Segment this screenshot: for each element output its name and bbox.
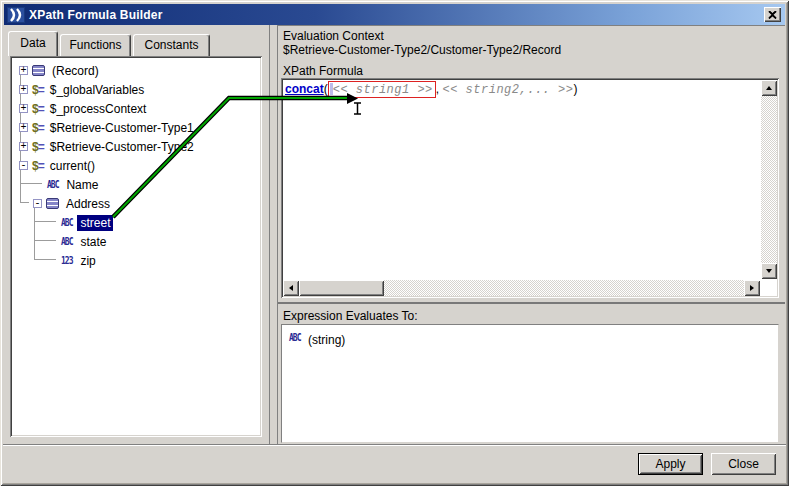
arg1-placeholder: << string1 >> — [333, 83, 433, 97]
title-bar[interactable]: XPath Formula Builder — [4, 4, 785, 25]
expand-toggle-icon[interactable]: + — [19, 85, 28, 94]
element-icon — [46, 198, 59, 209]
apply-button[interactable]: Apply — [638, 453, 703, 475]
variable-icon: $= — [32, 141, 44, 153]
scrollbar-thumb[interactable] — [299, 280, 384, 296]
expression-result-box: ABC (string) — [281, 324, 779, 443]
expand-toggle-icon[interactable]: + — [19, 123, 28, 132]
expand-toggle-icon[interactable]: + — [19, 104, 28, 113]
tree-item-address[interactable]: - Address — [14, 194, 258, 213]
evaluation-context-value: $Retrieve-Customer-Type2/Customer-Type2/… — [283, 43, 561, 57]
arg2-placeholder: << string2,... >> — [442, 83, 573, 97]
right-panel-border-top — [277, 25, 785, 26]
scroll-down-icon — [766, 269, 772, 273]
element-icon — [32, 65, 45, 76]
variable-icon: $= — [32, 103, 44, 115]
evaluation-context-label: Evaluation Context — [283, 29, 384, 43]
tree-item-processcontext[interactable]: + $= $_processContext — [14, 99, 258, 118]
formula-expression[interactable]: concat(<< string1 >>, << string2,... >>) — [285, 82, 577, 97]
tree-item-current[interactable]: - $= current() — [14, 156, 258, 175]
variable-icon: $= — [32, 160, 44, 172]
tree-item-globalvariables[interactable]: + $= $_globalVariables — [14, 80, 258, 99]
close-window-button[interactable] — [764, 7, 781, 22]
vertical-scrollbar[interactable] — [761, 80, 777, 279]
tree-item-record[interactable]: + (Record) — [14, 61, 258, 80]
tab-constants[interactable]: Constants — [133, 34, 210, 56]
function-name[interactable]: concat — [285, 82, 324, 96]
string-icon: ABC — [288, 332, 301, 343]
scroll-left-icon — [289, 285, 293, 291]
window-title: XPath Formula Builder — [29, 8, 163, 22]
expand-toggle-icon[interactable]: + — [19, 66, 28, 75]
string-icon: ABC — [60, 217, 73, 228]
variable-icon: $= — [32, 122, 44, 134]
xpath-formula-label: XPath Formula — [283, 64, 363, 78]
section-divider — [278, 302, 785, 304]
scroll-up-button[interactable] — [761, 80, 777, 96]
tab-data[interactable]: Data — [8, 31, 58, 56]
expand-toggle-icon[interactable]: - — [33, 199, 42, 208]
close-button[interactable]: Close — [711, 453, 776, 475]
selected-tree-label: street — [77, 215, 113, 231]
string-icon: ABC — [60, 236, 73, 247]
scroll-right-icon — [750, 285, 754, 291]
variable-icon: $= — [32, 84, 44, 96]
tab-functions[interactable]: Functions — [60, 34, 131, 56]
tree-item-name[interactable]: ABC Name — [14, 175, 258, 194]
expand-toggle-icon[interactable]: - — [19, 161, 28, 170]
scroll-up-icon — [766, 86, 772, 90]
tree-item-retrieve-customer-type1[interactable]: + $= $Retrieve-Customer-Type1 — [14, 118, 258, 137]
drop-target-arg1[interactable]: << string1 >> — [328, 81, 436, 98]
scroll-left-button[interactable] — [283, 280, 299, 296]
button-area-divider — [3, 444, 786, 445]
number-icon: 123 — [60, 255, 73, 266]
expression-result-value: (string) — [308, 333, 345, 347]
app-icon — [7, 7, 25, 23]
scroll-right-button[interactable] — [744, 280, 760, 296]
expand-toggle-icon[interactable]: + — [19, 142, 28, 151]
data-tree[interactable]: + (Record) + $= $_globalVariables + $= $… — [10, 56, 262, 437]
scroll-down-button[interactable] — [761, 263, 777, 279]
panel-divider — [269, 25, 270, 444]
close-icon — [768, 11, 777, 19]
expression-evaluates-label: Expression Evaluates To: — [283, 309, 418, 323]
xpath-formula-editor[interactable]: concat(<< string1 >>, << string2,... >>) — [281, 78, 779, 298]
tree-item-zip[interactable]: 123 zip — [14, 251, 258, 270]
horizontal-scrollbar[interactable] — [283, 280, 760, 296]
right-panel-border — [277, 25, 278, 444]
tree-item-retrieve-customer-type2[interactable]: + $= $Retrieve-Customer-Type2 — [14, 137, 258, 156]
string-icon: ABC — [46, 179, 59, 190]
tree-item-state[interactable]: ABC state — [14, 232, 258, 251]
tree-item-street[interactable]: ABC street — [14, 213, 258, 232]
xpath-formula-builder-window: XPath Formula Builder Data Functions Con… — [0, 0, 789, 486]
